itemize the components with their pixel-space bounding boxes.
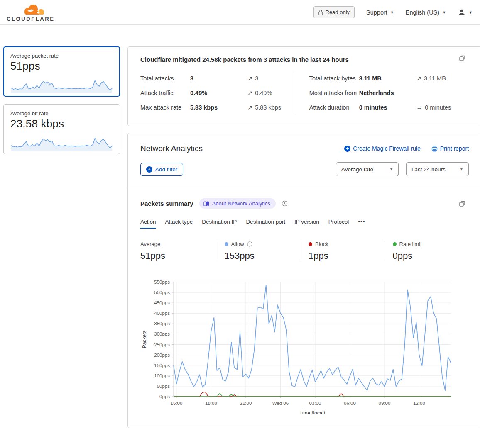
row-label: Total attack bytes xyxy=(309,74,359,83)
tab-attack-type[interactable]: Attack type xyxy=(165,219,193,229)
chevron-down-icon: ▼ xyxy=(460,167,463,171)
metric-value: 51pps xyxy=(10,60,113,73)
row-value: 0.49% xyxy=(190,89,247,97)
metric-card-packet-rate[interactable]: Average packet rate 51pps xyxy=(3,46,120,97)
stat-label: Block xyxy=(315,241,328,247)
svg-text:550pps: 550pps xyxy=(154,280,170,285)
trend-up-icon: ↗ xyxy=(247,104,252,111)
trend-up-icon: ↗ xyxy=(247,75,252,82)
network-analytics-title: Network Analytics xyxy=(140,144,203,153)
summary-title: Cloudflare mitigated 24.58k packets from… xyxy=(140,56,469,63)
about-pill-label: About Network Analytics xyxy=(212,200,270,207)
stat-rate-limit: Rate limit 0pps xyxy=(385,241,469,261)
create-magic-firewall-rule-link[interactable]: + Create Magic Firewall rule xyxy=(344,145,421,152)
time-range-select[interactable]: Last 24 hours ▼ xyxy=(406,162,469,176)
trend-up-icon: ↗ xyxy=(247,90,252,96)
more-tabs-button[interactable]: ••• xyxy=(358,219,365,229)
tab-destination-ip[interactable]: Destination IP xyxy=(202,219,237,229)
trend-right-icon: → xyxy=(416,104,423,111)
summary-row: Attack duration 0 minutes →0 minutes xyxy=(309,100,469,115)
copy-icon[interactable] xyxy=(459,55,465,63)
language-menu[interactable]: English (US) ▼ xyxy=(406,9,446,16)
row-value: 5.83 kbps xyxy=(190,103,247,112)
plus-circle-icon: + xyxy=(344,146,350,152)
support-label: Support xyxy=(366,9,387,16)
svg-text:250pps: 250pps xyxy=(154,342,170,347)
info-icon[interactable] xyxy=(247,241,252,247)
copy-icon[interactable] xyxy=(459,201,465,209)
link-label: Print report xyxy=(440,145,469,152)
svg-text:15:00: 15:00 xyxy=(171,401,183,406)
printer-icon xyxy=(431,146,438,152)
clock-icon[interactable] xyxy=(282,200,288,207)
row-trend: ↗5.83 kbps xyxy=(247,103,295,112)
bit-rate-sparkline xyxy=(10,132,113,152)
summary-row: Total attacks 3 ↗3 xyxy=(140,71,295,86)
time-range-value: Last 24 hours xyxy=(411,166,446,173)
summary-left-column: Total attacks 3 ↗3 Attack traffic 0.49% … xyxy=(140,71,295,115)
svg-text:03:00: 03:00 xyxy=(309,401,321,406)
support-menu[interactable]: Support ▼ xyxy=(366,9,394,16)
chevron-down-icon: ▼ xyxy=(469,10,473,15)
packets-time-series-chart[interactable]: 0pps50pps100pps150pps200pps250pps300pps3… xyxy=(140,279,469,415)
stat-block: Block 1pps xyxy=(301,241,385,261)
add-filter-button[interactable]: + Add filter xyxy=(140,163,183,176)
row-value: 0 minutes xyxy=(359,103,416,112)
svg-text:0pps: 0pps xyxy=(159,394,170,399)
svg-text:400pps: 400pps xyxy=(154,311,170,316)
summary-row: Total attack bytes 3.11 MB ↗3.11 MB xyxy=(309,71,469,86)
series-legend-stats: Average 51pps Allow xyxy=(140,241,469,261)
stat-label: Rate limit xyxy=(399,241,422,247)
svg-text:200pps: 200pps xyxy=(154,353,170,358)
packet-rate-sparkline xyxy=(10,74,113,94)
metric-sidebar: Average packet rate 51pps Average bit ra… xyxy=(3,46,120,428)
svg-text:50pps: 50pps xyxy=(157,384,170,389)
row-value: 3 xyxy=(190,74,247,83)
svg-text:450pps: 450pps xyxy=(154,300,170,305)
svg-text:150pps: 150pps xyxy=(154,363,170,368)
svg-text:21:00: 21:00 xyxy=(240,401,252,406)
row-trend: ↗3 xyxy=(247,74,295,83)
tab-action[interactable]: Action xyxy=(140,219,156,229)
summary-right-column: Total attack bytes 3.11 MB ↗3.11 MB Most… xyxy=(295,71,469,115)
cloudflare-logo[interactable]: CLOUDFLARE xyxy=(7,3,59,22)
packets-summary-title: Packets summary xyxy=(140,200,193,207)
row-label: Most attacks from xyxy=(309,89,359,97)
lock-icon xyxy=(318,10,323,15)
print-report-link[interactable]: Print report xyxy=(431,145,469,152)
allow-dot-icon xyxy=(225,242,228,246)
read-only-label: Read only xyxy=(326,9,350,15)
stat-value: 1pps xyxy=(309,251,385,261)
svg-text:09:00: 09:00 xyxy=(379,401,391,406)
metric-card-bit-rate[interactable]: Average bit rate 23.58 kbps xyxy=(3,104,120,154)
trend-up-icon: ↗ xyxy=(416,75,421,82)
top-header: CLOUDFLARE Read only Support ▼ English (… xyxy=(0,0,480,25)
svg-text:12:00: 12:00 xyxy=(413,401,425,406)
chevron-down-icon: ▼ xyxy=(442,10,446,15)
stat-allow: Allow 153pps xyxy=(217,241,301,261)
row-value: Netherlands xyxy=(359,89,416,97)
svg-text:500pps: 500pps xyxy=(154,290,170,295)
tab-destination-port[interactable]: Destination port xyxy=(246,219,285,229)
stat-value: 51pps xyxy=(140,251,217,261)
summary-row: Max attack rate 5.83 kbps ↗5.83 kbps xyxy=(140,100,295,115)
network-analytics-card: Network Analytics + Create Magic Firewal… xyxy=(127,133,480,428)
stat-label: Average xyxy=(140,241,160,247)
read-only-badge: Read only xyxy=(313,6,355,18)
summary-row: Attack traffic 0.49% ↗0.49% xyxy=(140,86,295,100)
tab-protocol[interactable]: Protocol xyxy=(328,219,349,229)
plus-circle-icon: + xyxy=(146,166,152,173)
account-menu[interactable]: ▼ xyxy=(458,8,473,17)
row-label: Max attack rate xyxy=(140,103,190,112)
tab-ip-version[interactable]: IP version xyxy=(294,219,319,229)
about-network-analytics-pill[interactable]: About Network Analytics xyxy=(199,198,276,209)
brand-wordmark: CLOUDFLARE xyxy=(7,16,59,22)
svg-text:18:00: 18:00 xyxy=(205,401,217,406)
metric-select[interactable]: Average rate ▼ xyxy=(336,162,399,176)
stat-value: 0pps xyxy=(393,251,469,261)
row-label: Total attacks xyxy=(140,74,190,83)
add-filter-label: Add filter xyxy=(155,166,177,173)
svg-text:Time (local): Time (local) xyxy=(299,410,325,414)
stat-label: Allow xyxy=(231,241,244,247)
attack-summary-card: Cloudflare mitigated 24.58k packets from… xyxy=(127,46,480,126)
